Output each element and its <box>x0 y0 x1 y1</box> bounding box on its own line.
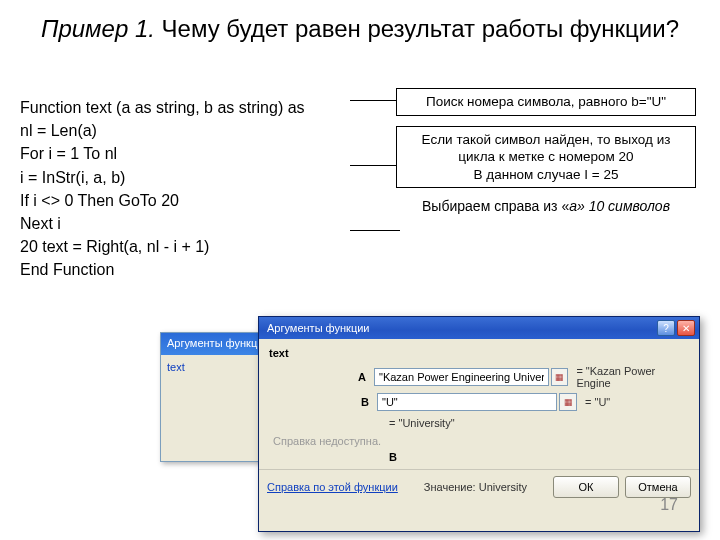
title-italic: Пример 1. <box>41 15 155 42</box>
callout-box-2: Если такой символ найден, то выход из ци… <box>396 126 696 189</box>
dialog-body: text A ▦ = "Kazan Power Engine B ▦ = "U"… <box>259 339 699 463</box>
cancel-button[interactable]: Отмена <box>625 476 691 498</box>
connector-line <box>350 100 400 101</box>
arg-b-input[interactable] <box>377 393 557 411</box>
title-rest: Чему будет равен результат работы функци… <box>155 15 679 42</box>
code-line: If i <> 0 Then GoTo 20 <box>20 189 305 212</box>
arg-a-input[interactable] <box>374 368 549 386</box>
connector-line <box>350 230 400 231</box>
close-icon[interactable]: ✕ <box>677 320 695 336</box>
dialog-titlebar[interactable]: Аргументы функции ? ✕ <box>259 317 699 339</box>
code-line: 20 text = Right(a, nl - i + 1) <box>20 235 305 258</box>
callout-box-1: Поиск номера символа, равного b="U" <box>396 88 696 116</box>
current-arg-label: B <box>389 451 689 463</box>
value-text: University <box>479 481 527 493</box>
arg-b-result: = "U" <box>585 396 610 408</box>
arg-row-b: B ▦ = "U" <box>269 393 689 411</box>
range-picker-icon[interactable]: ▦ <box>559 393 577 411</box>
dialog-back-title: Аргументы функции <box>167 337 270 349</box>
note-pre: Выбираем справа из « <box>422 198 569 214</box>
arg-row-a: A ▦ = "Kazan Power Engine <box>269 365 689 389</box>
dialog-arguments: Аргументы функции ? ✕ text A ▦ = "Kazan … <box>258 316 700 532</box>
window-buttons: ? ✕ <box>657 320 695 336</box>
code-block: Function text (a as string, b as string)… <box>20 96 305 282</box>
arg-a-result: = "Kazan Power Engine <box>576 365 689 389</box>
ok-button[interactable]: ОК <box>553 476 619 498</box>
note-em: а» 10 символов <box>569 198 670 214</box>
page-title: Пример 1. Чему будет равен результат раб… <box>30 14 690 44</box>
dialog-back-label: text <box>167 361 185 373</box>
callouts: Поиск номера символа, равного b="U" Если… <box>396 88 696 214</box>
code-line: Next i <box>20 212 305 235</box>
connector-line <box>350 165 400 166</box>
page-number: 17 <box>660 496 678 514</box>
code-line: i = InStr(i, a, b) <box>20 166 305 189</box>
code-line: Function text (a as string, b as string)… <box>20 96 305 119</box>
value-label: Значение: <box>424 481 476 493</box>
function-name: text <box>269 347 689 359</box>
dialog-title: Аргументы функции <box>267 322 370 334</box>
help-icon[interactable]: ? <box>657 320 675 336</box>
code-line: End Function <box>20 258 305 281</box>
dialog-footer: Справка по этой функции Значение: Univer… <box>259 469 699 504</box>
dialog-buttons: ОК Отмена <box>553 476 691 498</box>
arg-a-label: A <box>269 371 374 383</box>
code-line: nl = Len(a) <box>20 119 305 142</box>
arg-b-label: B <box>269 396 377 408</box>
code-line: For i = 1 To nl <box>20 142 305 165</box>
callout-note: Выбираем справа из «а» 10 символов <box>396 198 696 214</box>
help-unavailable: Справка недоступна. <box>273 435 689 447</box>
function-help-link[interactable]: Справка по этой функции <box>267 481 398 493</box>
value-display: Значение: University <box>424 481 527 493</box>
evaluated-result: = "University" <box>389 417 689 429</box>
range-picker-icon[interactable]: ▦ <box>551 368 569 386</box>
